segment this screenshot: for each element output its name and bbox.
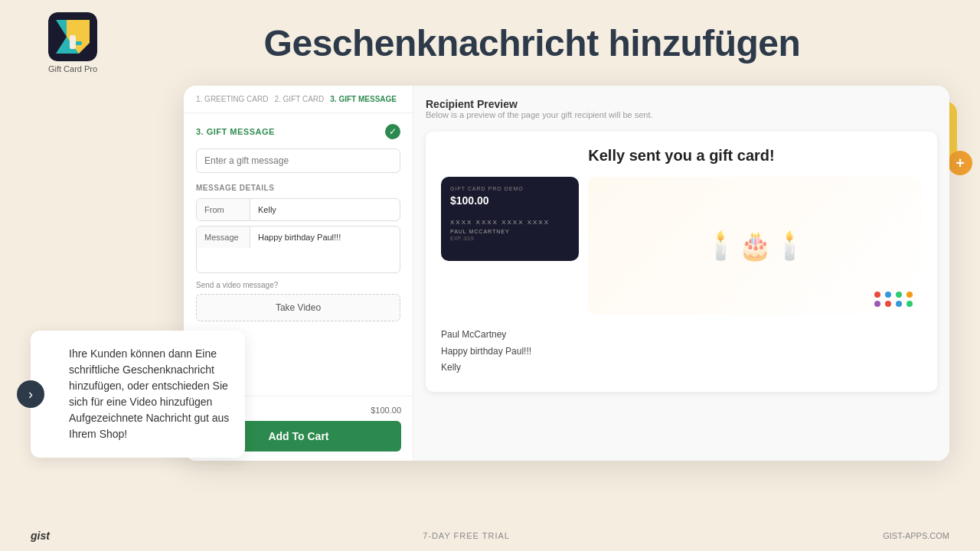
page-title: Geschenknachricht hinzufügen: [115, 22, 949, 64]
main-card: 1. GREETING CARD 2. GIFT CARD 3. GIFT ME…: [184, 86, 949, 461]
message-value: Happy birthday Paul!!!: [250, 227, 400, 272]
preview-header: Recipient Preview Below is a preview of …: [426, 98, 937, 119]
step-3[interactable]: 3. GIFT MESSAGE: [330, 95, 397, 103]
gc-expiry: EXP. 3/19: [450, 236, 570, 241]
page-header: Gift Card Pro Geschenknachricht hinzufüg…: [0, 0, 980, 86]
gift-card-image: GIFT CARD PRO DEMO $100.00 XXXX XXXX XXX…: [441, 177, 579, 261]
tooltip-text: Ihre Kunden können dann Eine schriftlich…: [69, 346, 230, 442]
message-label: Message: [197, 227, 250, 248]
section-title: 3. GIFT MESSAGE: [196, 127, 275, 136]
preview-panel: Recipient Preview Below is a preview of …: [413, 86, 949, 461]
gc-name: PAUL MCCARTNEY: [450, 229, 570, 234]
footer-trial: 7-DAY FREE TRIAL: [423, 531, 510, 540]
video-label: Send a video message?: [196, 281, 400, 289]
gift-card-visual: GIFT CARD PRO DEMO $100.00 XXXX XXXX XXX…: [441, 177, 922, 315]
check-icon: ✓: [385, 124, 400, 139]
gc-amount: $100.00: [450, 194, 570, 207]
gc-numbers: XXXX XXXX XXXX XXXX: [450, 219, 570, 226]
polka-dots: [874, 292, 914, 307]
message-field-row: Message Happy birthday Paul!!!: [196, 226, 400, 273]
message-details-label: MESSAGE DETAILS: [196, 184, 400, 192]
take-video-btn[interactable]: Take Video: [196, 294, 400, 321]
tooltip-bubble: › Ihre Kunden können dann Eine schriftli…: [31, 331, 245, 458]
page-footer: gist 7-DAY FREE TRIAL GIST-APPS.COM: [0, 520, 980, 551]
deco-plus: +: [948, 151, 972, 175]
candles-icon: 🕯️🎂🕯️: [704, 230, 807, 262]
content-area: 💌 + 1. GREETING CARD 2. GIFT CARD 3. GIF…: [0, 86, 980, 499]
logo-area: Gift Card Pro: [31, 12, 115, 73]
logo-label: Gift Card Pro: [48, 64, 97, 73]
from-label: From: [197, 199, 250, 220]
price-amount: $100.00: [371, 406, 401, 415]
video-section: Send a video message? Take Video: [196, 281, 400, 321]
preview-title: Recipient Preview: [426, 98, 937, 110]
gift-message-input[interactable]: [196, 148, 400, 173]
message-body: Happy birthday Paul!!!: [441, 344, 922, 360]
gc-label: GIFT CARD PRO DEMO: [450, 186, 570, 191]
preview-subtitle: Below is a preview of the page your gift…: [426, 110, 937, 119]
message-to: Paul McCartney: [441, 327, 922, 344]
logo-icon: [48, 12, 97, 61]
footer-logo: gist: [31, 530, 50, 542]
svg-rect-4: [70, 35, 76, 49]
recipient-heading: Kelly sent you a gift card!: [441, 147, 922, 165]
preview-card: Kelly sent you a gift card! GIFT CARD PR…: [426, 132, 937, 392]
step-2[interactable]: 2. GIFT CARD: [274, 95, 324, 103]
step-1[interactable]: 1. GREETING CARD: [196, 95, 268, 103]
form-section: 3. GIFT MESSAGE ✓ MESSAGE DETAILS From K…: [184, 113, 413, 332]
footer-url: GIST-APPS.COM: [883, 531, 949, 540]
from-field-row: From Kelly: [196, 198, 400, 221]
steps-nav: 1. GREETING CARD 2. GIFT CARD 3. GIFT ME…: [184, 86, 413, 113]
birthday-card-image: 🕯️🎂🕯️: [588, 177, 922, 315]
section-header: 3. GIFT MESSAGE ✓: [196, 124, 400, 139]
from-value: Kelly: [250, 199, 400, 220]
tooltip-arrow-icon[interactable]: ›: [17, 380, 44, 408]
message-preview: Paul McCartney Happy birthday Paul!!! Ke…: [441, 327, 922, 377]
message-from: Kelly: [441, 360, 922, 377]
